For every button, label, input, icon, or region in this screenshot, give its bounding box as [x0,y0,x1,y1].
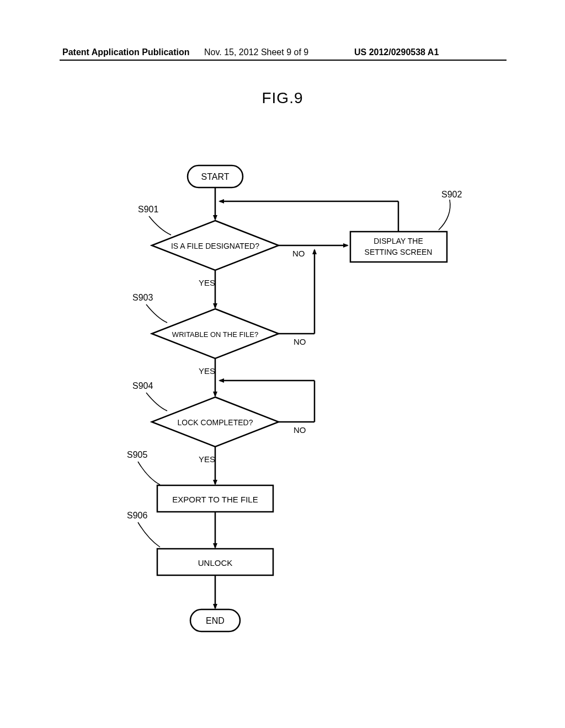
svg-text:SETTING SCREEN: SETTING SCREEN [365,248,433,256]
svg-text:S902: S902 [441,190,462,199]
header-left: Patent Application Publication [62,47,190,57]
svg-text:S906: S906 [127,511,147,520]
svg-text:YES: YES [199,366,215,376]
figure-title: FIG.9 [0,89,565,107]
header-mid: Nov. 15, 2012 Sheet 9 of 9 [204,47,308,57]
svg-text:UNLOCK: UNLOCK [198,558,233,568]
svg-text:NO: NO [292,249,305,258]
svg-text:NO: NO [294,425,306,435]
svg-text:S905: S905 [127,450,147,459]
svg-text:NO: NO [294,337,306,346]
svg-text:WRITABLE ON THE FILE?: WRITABLE ON THE FILE? [172,330,258,339]
svg-text:S904: S904 [132,381,153,390]
svg-text:END: END [206,616,225,625]
svg-text:LOCK COMPLETED?: LOCK COMPLETED? [178,418,253,427]
svg-text:YES: YES [199,454,215,464]
header-rule [60,60,507,61]
svg-text:YES: YES [199,278,215,287]
svg-text:START: START [201,172,230,181]
svg-text:DISPLAY THE: DISPLAY THE [374,237,423,245]
flowchart: START S901 IS A FILE DESIGNATED? NO S902… [55,154,508,662]
header-right: US 2012/0290538 A1 [354,47,439,57]
svg-text:S903: S903 [132,293,153,302]
svg-text:IS A FILE DESIGNATED?: IS A FILE DESIGNATED? [171,242,259,250]
svg-text:EXPORT TO THE FILE: EXPORT TO THE FILE [172,495,258,504]
svg-text:S901: S901 [138,205,158,214]
